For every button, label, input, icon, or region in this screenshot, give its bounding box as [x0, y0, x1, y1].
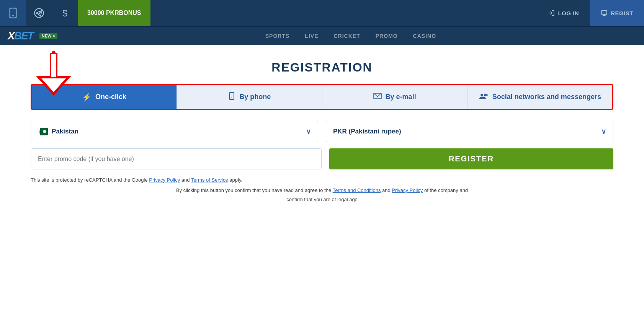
top-bar-left: $ 30000 PKR BONUS: [0, 0, 537, 26]
currency-dropdown[interactable]: PKR (Pakistani rupee) ∨: [326, 121, 613, 142]
tab-social[interactable]: Social networks and messengers: [467, 85, 612, 109]
form-row-1: ☪ Pakistan ∨ PKR (Pakistani rupee) ∨: [31, 121, 613, 142]
tab-by-phone[interactable]: By phone: [177, 85, 322, 109]
svg-point-1: [12, 15, 14, 16]
svg-rect-4: [602, 10, 607, 15]
register-button[interactable]: REGIST: [590, 0, 644, 26]
nav-cricket[interactable]: CRICKET: [333, 33, 360, 39]
tab-by-email-label: By e-mail: [386, 93, 416, 101]
terms-conditions-link[interactable]: Terms and Conditions: [333, 187, 381, 193]
recaptcha-line: This site is protected by reCAPTCHA and …: [31, 176, 613, 184]
registration-title: REGISTRATION: [31, 60, 613, 75]
nav-live[interactable]: LIVE: [305, 33, 318, 39]
country-label: Pakistan: [52, 128, 78, 135]
nav-bar: XBET NEW > SPORTS LIVE CRICKET PROMO CAS…: [0, 26, 644, 45]
promo-code-input[interactable]: [31, 148, 322, 169]
footer-text: This site is protected by reCAPTCHA and …: [31, 176, 613, 204]
agreement-line: By clicking this button you confirm that…: [31, 186, 613, 204]
tab-by-email[interactable]: By e-mail: [322, 85, 467, 109]
email-icon: [373, 93, 382, 101]
nav-promo[interactable]: PROMO: [376, 33, 398, 39]
registration-tabs: ⚡ One-click By phone By e-mail: [31, 84, 613, 110]
svg-point-15: [486, 94, 488, 96]
arrow-annotation: [31, 51, 77, 102]
svg-text:☪: ☪: [38, 130, 42, 134]
country-dropdown[interactable]: ☪ Pakistan ∨: [31, 121, 318, 142]
svg-rect-9: [51, 54, 56, 77]
register-main-button[interactable]: REGISTER: [329, 148, 613, 169]
nav-sports[interactable]: SPORTS: [265, 33, 290, 39]
pakistan-flag: ☪: [38, 128, 48, 135]
country-field-left: ☪ Pakistan: [38, 128, 78, 135]
currency-chevron: ∨: [601, 127, 606, 136]
nav-items: SPORTS LIVE CRICKET PROMO CASINO: [65, 33, 636, 39]
form-row-2: REGISTER: [31, 148, 613, 169]
svg-rect-10: [230, 93, 234, 99]
logo: XBET: [8, 30, 33, 42]
main-content: REGISTRATION ⚡ One-click By phone By e-m…: [0, 45, 644, 219]
telegram-icon[interactable]: [26, 0, 52, 26]
svg-rect-0: [10, 8, 16, 18]
currency-label: PKR (Pakistani rupee): [333, 128, 401, 135]
nav-casino[interactable]: CASINO: [413, 33, 436, 39]
tab-one-click-label: One-click: [95, 93, 126, 101]
bonus-button[interactable]: 30000 PKR BONUS: [78, 0, 150, 26]
top-bar: $ 30000 PKR BONUS LOG IN REGIST: [0, 0, 644, 26]
tab-social-label: Social networks and messengers: [492, 93, 601, 101]
tab-by-phone-label: By phone: [239, 93, 271, 101]
svg-point-13: [481, 94, 483, 96]
login-button[interactable]: LOG IN: [537, 0, 590, 26]
svg-text:$: $: [62, 8, 67, 18]
lightning-icon: ⚡: [82, 93, 92, 102]
social-icon: [479, 92, 489, 102]
dollar-icon[interactable]: $: [52, 0, 78, 26]
phone-icon: [228, 92, 235, 102]
country-chevron: ∨: [306, 127, 311, 136]
mobile-icon[interactable]: [0, 0, 26, 26]
top-bar-right: LOG IN REGIST: [537, 0, 644, 26]
currency-field-left: PKR (Pakistani rupee): [333, 128, 401, 135]
privacy-policy2-link[interactable]: Privacy Policy: [392, 187, 423, 193]
new-badge[interactable]: NEW >: [39, 33, 57, 39]
svg-point-11: [231, 98, 232, 98]
terms-link[interactable]: Terms of Service: [191, 177, 228, 183]
privacy-policy-link[interactable]: Privacy Policy: [149, 177, 180, 183]
